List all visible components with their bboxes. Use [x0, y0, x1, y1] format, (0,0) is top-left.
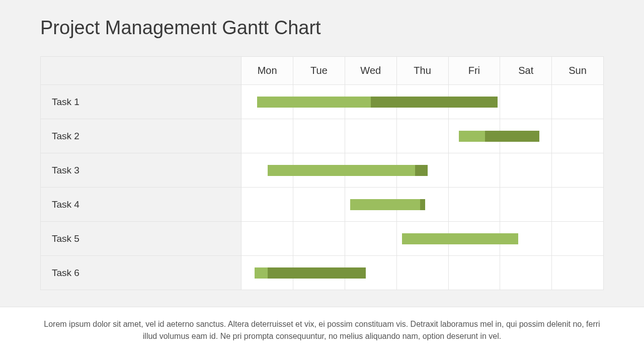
gantt-cell [396, 188, 448, 222]
gantt-cell [396, 222, 448, 256]
gantt-cell [448, 85, 500, 119]
gantt-row: Task 2 [41, 119, 604, 153]
gantt-cell [500, 119, 552, 153]
gantt-cell [345, 256, 396, 290]
task-label: Task 3 [41, 153, 242, 188]
gantt-cell [448, 256, 500, 290]
gantt-cell [345, 85, 396, 119]
day-header: Tue [293, 57, 345, 85]
gantt-chart: Mon Tue Wed Thu Fri Sat Sun Task 1Task 2… [40, 56, 604, 290]
gantt-cell [500, 256, 552, 290]
gantt-cell [396, 153, 448, 188]
gantt-cell [396, 85, 448, 119]
day-header: Wed [345, 57, 396, 85]
day-header: Sat [500, 57, 552, 85]
gantt-cell [396, 256, 448, 290]
gantt-cell [396, 119, 448, 153]
gantt-header-row: Mon Tue Wed Thu Fri Sat Sun [41, 57, 604, 85]
gantt-cell [552, 153, 604, 188]
gantt-cell [448, 153, 500, 188]
day-header: Fri [448, 57, 500, 85]
gantt-row: Task 6 [41, 256, 604, 290]
gantt-cell [242, 153, 293, 188]
gantt-cell [500, 222, 552, 256]
day-header: Mon [242, 57, 293, 85]
gantt-cell [552, 119, 604, 153]
task-label: Task 2 [41, 119, 242, 153]
page-title: Project Management Gantt Chart [40, 17, 321, 39]
gantt-cell [448, 188, 500, 222]
task-label: Task 5 [41, 222, 242, 256]
task-label: Task 6 [41, 256, 242, 290]
gantt-cell [345, 119, 396, 153]
gantt-cell [242, 188, 293, 222]
gantt-cell [448, 119, 500, 153]
slide: Project Management Gantt Chart Mon Tue W… [0, 0, 644, 362]
gantt-cell [345, 188, 396, 222]
gantt-cell [293, 188, 345, 222]
gantt-cell [552, 256, 604, 290]
footer-text: Lorem ipsum dolor sit amet, vel id aeter… [0, 307, 644, 362]
gantt-cell [242, 119, 293, 153]
gantt-row: Task 1 [41, 85, 604, 119]
task-label: Task 1 [41, 85, 242, 119]
gantt-cell [293, 153, 345, 188]
gantt-cell [500, 85, 552, 119]
gantt-cell [552, 188, 604, 222]
gantt-cell [293, 256, 345, 290]
gantt-cell [293, 222, 345, 256]
gantt-cell [500, 188, 552, 222]
gantt-body: Task 1Task 2Task 3Task 4Task 5Task 6 [41, 85, 604, 290]
task-label: Task 4 [41, 188, 242, 222]
gantt-cell [552, 85, 604, 119]
gantt-cell [242, 85, 293, 119]
gantt-cell [293, 119, 345, 153]
gantt-cell [345, 153, 396, 188]
gantt-row: Task 5 [41, 222, 604, 256]
gantt-cell [242, 222, 293, 256]
gantt-row: Task 3 [41, 153, 604, 188]
gantt-corner-cell [41, 57, 242, 85]
gantt-cell [448, 222, 500, 256]
gantt-cell [242, 256, 293, 290]
gantt-row: Task 4 [41, 188, 604, 222]
gantt-cell [345, 222, 396, 256]
day-header: Sun [552, 57, 604, 85]
day-header: Thu [396, 57, 448, 85]
gantt-cell [552, 222, 604, 256]
gantt-cell [500, 153, 552, 188]
gantt-bar-segment-light [255, 267, 268, 279]
gantt-cell [293, 85, 345, 119]
